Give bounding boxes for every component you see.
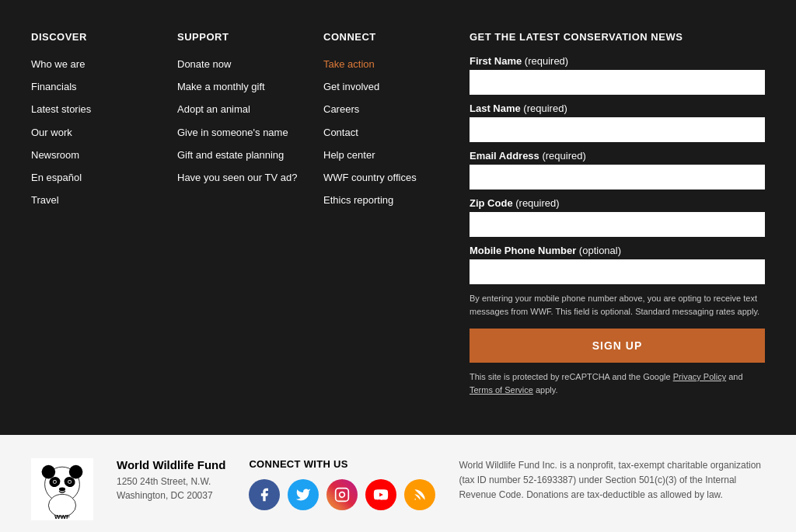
phone-group: Mobile Phone Number (optional) [470, 245, 765, 284]
last-name-group: Last Name (required) [470, 103, 765, 142]
list-item: Make a monthly gift [177, 79, 308, 94]
svg-point-3 [69, 465, 83, 479]
list-item: Adopt an animal [177, 102, 308, 116]
newsletter-heading: GET THE LATEST CONSERVATION NEWS [470, 31, 765, 43]
discover-link-latest-stories[interactable]: Latest stories [31, 103, 91, 115]
svg-rect-13 [336, 489, 349, 502]
connect-link-take-action[interactable]: Take action [323, 58, 375, 70]
discover-column: DISCOVER Who we are Financials Latest st… [31, 31, 162, 396]
discover-link-espanol[interactable]: En español [31, 172, 82, 183]
support-link-adopt[interactable]: Adopt an animal [177, 103, 250, 115]
email-input[interactable] [470, 165, 765, 190]
email-group: Email Address (required) [470, 150, 765, 190]
connect-link-country[interactable]: WWF country offices [323, 172, 417, 183]
connect-links: Take action Get involved Careers Contact… [323, 57, 454, 207]
org-address-line1: 1250 24th Street, N.W. [117, 475, 225, 489]
privacy-policy-link[interactable]: Privacy Policy [673, 372, 726, 381]
nonprofit-description: World Wildlife Fund Inc. is a nonprofit,… [459, 458, 765, 503]
support-link-monthly[interactable]: Make a monthly gift [177, 81, 265, 92]
list-item: Careers [323, 102, 454, 116]
list-item: Contact [323, 125, 454, 140]
signup-button[interactable]: SIGN UP [470, 329, 765, 363]
youtube-icon[interactable] [365, 479, 396, 510]
connect-link-ethics[interactable]: Ethics reporting [323, 194, 393, 206]
discover-links: Who we are Financials Latest stories Our… [31, 57, 162, 207]
list-item: Have you seen our TV ad? [177, 170, 308, 185]
list-item: Take action [323, 57, 454, 71]
svg-point-10 [59, 488, 65, 492]
discover-link-travel[interactable]: Travel [31, 194, 59, 206]
list-item: Financials [31, 79, 162, 94]
newsletter-section: GET THE LATEST CONSERVATION NEWS First N… [470, 31, 765, 396]
discover-heading: DISCOVER [31, 31, 162, 43]
instagram-icon[interactable] [326, 479, 358, 510]
support-link-give-someone[interactable]: Give in someone's name [177, 127, 288, 138]
connect-with-us-heading: CONNECT WITH US [249, 458, 435, 470]
list-item: Travel [31, 193, 162, 207]
connect-heading: CONNECT [323, 31, 454, 43]
connect-link-get-involved[interactable]: Get involved [323, 81, 379, 92]
social-icons-group [249, 479, 435, 510]
connect-link-careers[interactable]: Careers [323, 103, 359, 115]
connect-column: CONNECT Take action Get involved Careers… [323, 31, 454, 396]
social-connect-section: CONNECT WITH US [249, 458, 435, 510]
list-item: Latest stories [31, 102, 162, 116]
svg-point-9 [68, 481, 71, 483]
zip-label: Zip Code (required) [470, 197, 765, 209]
list-item: Donate now [177, 57, 308, 71]
phone-label: Mobile Phone Number (optional) [470, 245, 765, 256]
twitter-icon[interactable] [288, 479, 319, 510]
svg-point-2 [42, 465, 56, 479]
email-label: Email Address (required) [470, 150, 765, 162]
first-name-label: First Name (required) [470, 55, 765, 67]
first-name-group: First Name (required) [470, 55, 765, 95]
rss-icon[interactable] [404, 479, 435, 510]
bottom-footer: WWF World Wildlife Fund 1250 24th Street… [0, 435, 796, 532]
svg-point-16 [415, 499, 417, 500]
org-address-line2: Washington, DC 20037 [117, 489, 225, 502]
org-name: World Wildlife Fund [117, 458, 225, 471]
list-item: Ethics reporting [323, 193, 454, 207]
support-column: SUPPORT Donate now Make a monthly gift A… [177, 31, 308, 396]
last-name-label: Last Name (required) [470, 103, 765, 114]
facebook-icon[interactable] [249, 479, 280, 510]
wwf-logo-svg: WWF [31, 458, 93, 520]
terms-link[interactable]: Terms of Service [470, 385, 533, 395]
last-name-input[interactable] [470, 117, 765, 142]
svg-point-8 [54, 481, 56, 483]
list-item: Give in someone's name [177, 125, 308, 140]
discover-link-who-we-are[interactable]: Who we are [31, 58, 85, 70]
recaptcha-notice: This site is protected by reCAPTCHA and … [470, 370, 765, 396]
zip-group: Zip Code (required) [470, 197, 765, 237]
wwf-logo: WWF [31, 458, 93, 520]
support-heading: SUPPORT [177, 31, 308, 43]
list-item: Our work [31, 125, 162, 140]
discover-link-financials[interactable]: Financials [31, 81, 77, 92]
list-item: En español [31, 170, 162, 185]
list-item: Newsroom [31, 148, 162, 162]
list-item: Who we are [31, 57, 162, 71]
connect-link-help[interactable]: Help center [323, 149, 375, 161]
zip-input[interactable] [470, 212, 765, 237]
support-links: Donate now Make a monthly gift Adopt an … [177, 57, 308, 185]
discover-link-our-work[interactable]: Our work [31, 127, 72, 138]
first-name-input[interactable] [470, 70, 765, 95]
phone-disclaimer: By entering your mobile phone number abo… [470, 292, 765, 318]
list-item: Help center [323, 148, 454, 162]
list-item: Gift and estate planning [177, 148, 308, 162]
connect-link-contact[interactable]: Contact [323, 127, 358, 138]
support-link-donate[interactable]: Donate now [177, 58, 231, 70]
org-info: World Wildlife Fund 1250 24th Street, N.… [117, 458, 225, 502]
list-item: WWF country offices [323, 170, 454, 185]
discover-link-newsroom[interactable]: Newsroom [31, 149, 79, 161]
support-link-gift-estate[interactable]: Gift and estate planning [177, 149, 284, 161]
list-item: Get involved [323, 79, 454, 94]
svg-text:WWF: WWF [54, 513, 70, 520]
top-footer: DISCOVER Who we are Financials Latest st… [0, 0, 796, 435]
support-link-tv-ad[interactable]: Have you seen our TV ad? [177, 172, 297, 183]
phone-input[interactable] [470, 259, 765, 284]
